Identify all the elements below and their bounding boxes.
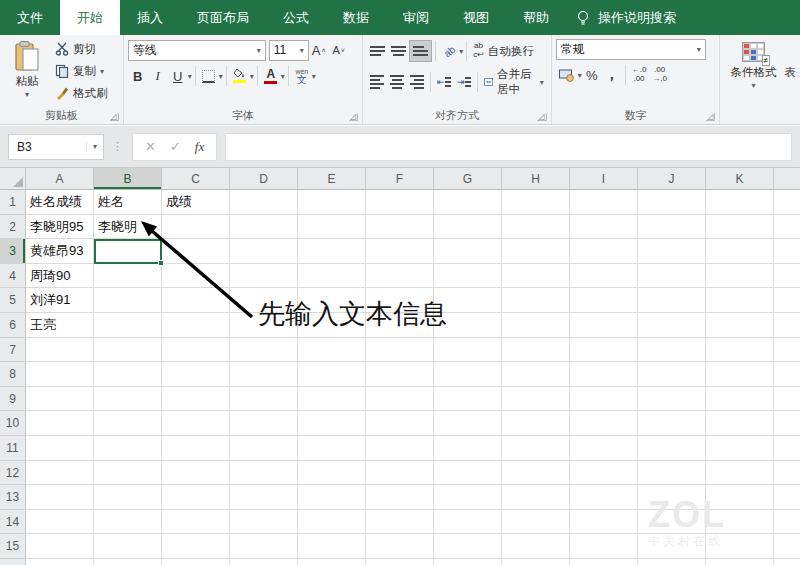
cell-L12[interactable] xyxy=(774,461,800,486)
cell-G16[interactable] xyxy=(434,559,502,565)
tab-home[interactable]: 开始 xyxy=(60,0,120,35)
cell-D8[interactable] xyxy=(230,362,298,387)
cell-K3[interactable] xyxy=(706,239,774,264)
cell-G11[interactable] xyxy=(434,436,502,461)
tab-insert[interactable]: 插入 xyxy=(120,0,180,35)
cell-F10[interactable] xyxy=(366,411,434,436)
cell-L11[interactable] xyxy=(774,436,800,461)
paste-button[interactable]: 粘贴 ▾ xyxy=(4,38,50,99)
cell-K8[interactable] xyxy=(706,362,774,387)
column-header[interactable] xyxy=(774,168,800,189)
cell-E3[interactable] xyxy=(298,239,366,264)
cell-H10[interactable] xyxy=(502,411,570,436)
cell-A16[interactable] xyxy=(26,559,94,565)
cell-E10[interactable] xyxy=(298,411,366,436)
top-align-button[interactable] xyxy=(367,40,388,62)
align-right-button[interactable] xyxy=(407,71,427,93)
cell-J12[interactable] xyxy=(638,461,706,486)
middle-align-button[interactable] xyxy=(388,40,409,62)
cell-I15[interactable] xyxy=(570,534,638,559)
alignment-dialog-launcher[interactable]: ◿ xyxy=(537,113,546,121)
cell-G9[interactable] xyxy=(434,387,502,412)
orientation-button[interactable]: ab xyxy=(439,40,459,62)
cell-C7[interactable] xyxy=(162,338,230,363)
fill-color-button[interactable] xyxy=(230,65,250,87)
cell-F9[interactable] xyxy=(366,387,434,412)
increase-indent-button[interactable]: ⇥ xyxy=(454,71,474,93)
column-header[interactable]: K xyxy=(706,168,774,189)
cell-D7[interactable] xyxy=(230,338,298,363)
row-header[interactable]: 10 xyxy=(0,411,26,436)
cell-C10[interactable] xyxy=(162,411,230,436)
tab-formulas[interactable]: 公式 xyxy=(266,0,326,35)
cell-B11[interactable] xyxy=(94,436,162,461)
cell-E14[interactable] xyxy=(298,510,366,535)
underline-dropdown-icon[interactable]: ▾ xyxy=(188,72,192,81)
cell-B6[interactable] xyxy=(94,313,162,338)
cell-I6[interactable] xyxy=(570,313,638,338)
underline-button[interactable]: U xyxy=(168,65,188,87)
clipboard-dialog-launcher[interactable]: ◿ xyxy=(110,113,119,121)
row-header[interactable]: 7 xyxy=(0,338,26,363)
cell-K6[interactable] xyxy=(706,313,774,338)
row-header[interactable]: 6 xyxy=(0,313,26,338)
cell-H4[interactable] xyxy=(502,264,570,289)
cell-G15[interactable] xyxy=(434,534,502,559)
column-header[interactable]: E xyxy=(298,168,366,189)
cell-L3[interactable] xyxy=(774,239,800,264)
cell-J7[interactable] xyxy=(638,338,706,363)
borders-button[interactable] xyxy=(199,65,219,87)
cell-L1[interactable] xyxy=(774,190,800,215)
cell-L14[interactable] xyxy=(774,510,800,535)
column-header[interactable]: C xyxy=(162,168,230,189)
cell-D4[interactable] xyxy=(230,264,298,289)
font-color-button[interactable]: A xyxy=(261,65,281,87)
cell-I11[interactable] xyxy=(570,436,638,461)
cell-I3[interactable] xyxy=(570,239,638,264)
tab-data[interactable]: 数据 xyxy=(326,0,386,35)
cut-button[interactable]: 剪切 xyxy=(52,38,111,60)
cell-J16[interactable] xyxy=(638,559,706,565)
bold-button[interactable]: B xyxy=(128,65,148,87)
cell-J8[interactable] xyxy=(638,362,706,387)
name-box-dropdown-icon[interactable]: ▾ xyxy=(86,142,103,151)
row-header[interactable]: 5 xyxy=(0,288,26,313)
cell-C13[interactable] xyxy=(162,485,230,510)
cell-C9[interactable] xyxy=(162,387,230,412)
copy-dropdown-icon[interactable]: ▾ xyxy=(100,67,104,76)
cell-H16[interactable] xyxy=(502,559,570,565)
cell-I7[interactable] xyxy=(570,338,638,363)
cell-A15[interactable] xyxy=(26,534,94,559)
align-center-button[interactable] xyxy=(387,71,407,93)
cell-F2[interactable] xyxy=(366,215,434,240)
cell-D3[interactable] xyxy=(230,239,298,264)
cell-F13[interactable] xyxy=(366,485,434,510)
decrease-indent-button[interactable]: ⇤ xyxy=(434,71,454,93)
increase-font-size-button[interactable]: A˄ xyxy=(309,39,329,61)
cell-G2[interactable] xyxy=(434,215,502,240)
conditional-formatting-button[interactable]: ≠ 条件格式 ▾ xyxy=(724,38,782,90)
cell-C2[interactable] xyxy=(162,215,230,240)
cell-F7[interactable] xyxy=(366,338,434,363)
cell-K10[interactable] xyxy=(706,411,774,436)
cell-G4[interactable] xyxy=(434,264,502,289)
cell-F14[interactable] xyxy=(366,510,434,535)
font-size-select[interactable]: 11 ▾ xyxy=(269,40,309,61)
phonetic-guide-button[interactable]: wén 文 xyxy=(292,65,312,87)
cell-A9[interactable] xyxy=(26,387,94,412)
cell-I2[interactable] xyxy=(570,215,638,240)
cell-C4[interactable] xyxy=(162,264,230,289)
insert-function-button[interactable]: fx xyxy=(195,139,204,155)
cell-A8[interactable] xyxy=(26,362,94,387)
row-header[interactable]: 12 xyxy=(0,461,26,486)
cell-A10[interactable] xyxy=(26,411,94,436)
cell-I16[interactable] xyxy=(570,559,638,565)
cell-I12[interactable] xyxy=(570,461,638,486)
cell-E11[interactable] xyxy=(298,436,366,461)
cell-F3[interactable] xyxy=(366,239,434,264)
cell-K7[interactable] xyxy=(706,338,774,363)
cell-K4[interactable] xyxy=(706,264,774,289)
cell-L13[interactable] xyxy=(774,485,800,510)
cell-K9[interactable] xyxy=(706,387,774,412)
decrease-font-size-button[interactable]: A˅ xyxy=(329,39,349,61)
